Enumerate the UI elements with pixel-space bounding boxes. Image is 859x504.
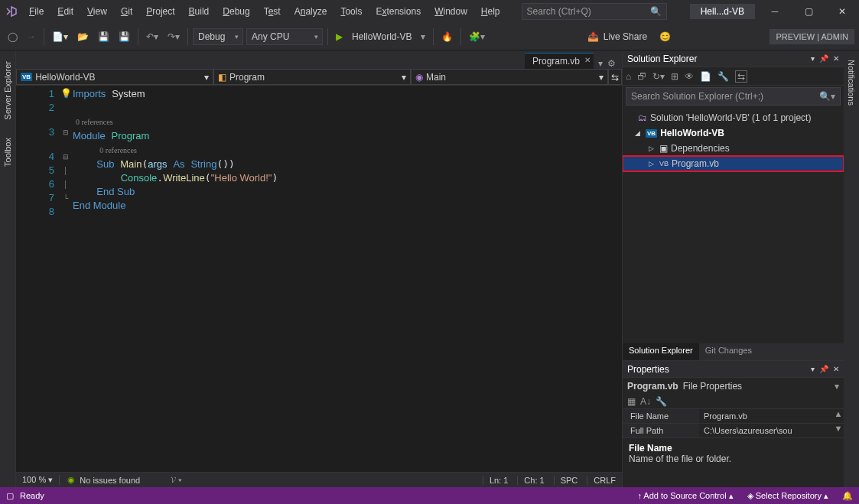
dependencies-node[interactable]: ▷▣ Dependencies <box>623 141 844 156</box>
run-dropdown-icon[interactable]: ▾ <box>418 29 428 44</box>
menu-view[interactable]: View <box>81 3 113 20</box>
vs-logo-icon <box>0 0 23 23</box>
collapse-icon[interactable]: ⊞ <box>671 71 678 82</box>
sync-icon[interactable]: 🗗 <box>637 71 646 82</box>
live-share-button[interactable]: 📤 Live Share 😊 <box>580 31 678 42</box>
solution-name-label: Hell...d-VB <box>690 4 755 19</box>
nav-project-combo[interactable]: VB HelloWorld-VB ▾ <box>16 69 213 85</box>
scroll-up-icon[interactable]: ▲ <box>833 409 844 423</box>
platform-combo[interactable]: Any CPU <box>246 28 323 45</box>
switch-icon[interactable]: ⇆ <box>735 70 747 83</box>
spc-label: SPC <box>554 476 584 485</box>
panel-menu-icon[interactable]: ▾ <box>811 54 815 63</box>
nav-member-combo[interactable]: ◉ Main ▾ <box>411 69 608 85</box>
panel-menu-icon[interactable]: ▾ <box>811 365 815 373</box>
panel-close-icon[interactable]: ✕ <box>833 54 839 63</box>
hot-reload-icon[interactable]: 🔥 <box>438 29 456 44</box>
add-to-source-control[interactable]: ↑ Add to Source Control ▴ <box>637 491 733 501</box>
prop-row-fullpath[interactable]: Full Path C:\Users\azureuser\sou ▼ <box>623 423 844 437</box>
scroll-down-icon[interactable]: ▼ <box>833 424 844 437</box>
menu-build[interactable]: Build <box>183 3 216 20</box>
pin-icon[interactable]: 📌 <box>819 54 828 63</box>
menu-test[interactable]: Test <box>258 3 287 20</box>
menu-file[interactable]: FFileile <box>23 3 50 20</box>
properties-icon[interactable]: 📄 <box>700 71 711 82</box>
home-icon[interactable]: ⌂ <box>626 71 631 82</box>
doc-tab-close-icon[interactable]: ✕ <box>584 56 591 64</box>
fold-margin[interactable]: ⊟⊟││└ <box>59 86 73 472</box>
health-icon[interactable]: 𝓥 ▾ <box>171 475 182 485</box>
panel-close-icon[interactable]: ✕ <box>833 365 839 373</box>
deps-icon: ▣ <box>659 143 668 154</box>
run-target-label[interactable]: HelloWorld-VB <box>349 31 415 42</box>
prop-pages-icon[interactable]: 🔧 <box>656 396 667 407</box>
prop-dropdown-icon[interactable]: ▾ <box>835 381 839 392</box>
minimize-button[interactable]: ─ <box>758 0 792 23</box>
nav-split-icon[interactable]: ⇆ <box>608 69 622 85</box>
close-button[interactable]: ✕ <box>825 0 859 23</box>
menu-tools[interactable]: Tools <box>334 3 368 20</box>
solution-explorer-title: Solution Explorer ▾📌✕ <box>623 50 844 67</box>
open-icon[interactable]: 📂 <box>74 29 92 44</box>
notification-bell-icon[interactable]: 🔔 <box>842 491 853 501</box>
menu-project[interactable]: Project <box>140 3 181 20</box>
menu-analyze[interactable]: Analyze <box>288 3 334 20</box>
property-description: File Name Name of the file or folder. <box>623 437 844 487</box>
vb-file-icon: VB <box>659 160 669 167</box>
tab-git-changes[interactable]: Git Changes <box>699 343 758 360</box>
project-node[interactable]: ◢VB HelloWorld-VB <box>623 125 844 141</box>
solution-node[interactable]: 🗂 Solution 'HelloWorld-VB' (1 of 1 proje… <box>623 110 844 125</box>
search-input[interactable]: Search (Ctrl+Q) 🔍 <box>522 3 667 20</box>
config-combo[interactable]: Debug <box>193 28 243 45</box>
toolbox-tab[interactable]: Toolbox <box>2 133 14 171</box>
select-repository[interactable]: ◈ Select Repository ▴ <box>747 491 828 501</box>
document-tab[interactable]: Program.vb ✕ <box>525 53 594 69</box>
wrench-icon[interactable]: 🔧 <box>717 71 729 82</box>
new-item-icon[interactable]: 📄▾ <box>49 29 71 44</box>
module-icon: ◧ <box>218 72 226 83</box>
refresh-icon[interactable]: ↻▾ <box>652 71 665 82</box>
alphabetical-icon[interactable]: A↓ <box>640 396 651 407</box>
feedback-icon[interactable]: 😊 <box>659 31 671 42</box>
nav-class-combo[interactable]: ◧ Program ▾ <box>213 69 411 85</box>
preview-admin-button[interactable]: PREVIEW | ADMIN <box>770 29 854 44</box>
code-editor[interactable]: 💡 12345678 ⊟⊟││└ Imports System 0 refere… <box>16 86 622 472</box>
vb-icon: VB <box>646 129 657 138</box>
lightbulb-icon[interactable]: 💡 <box>60 88 72 99</box>
tab-solution-explorer[interactable]: Solution Explorer <box>623 343 699 360</box>
prop-row-filename[interactable]: File Name Program.vb ▲ <box>623 408 844 423</box>
solution-explorer-search[interactable]: Search Solution Explorer (Ctrl+;) 🔍▾ <box>626 87 841 106</box>
pin-icon[interactable]: ▾ <box>598 58 603 69</box>
issues-indicator[interactable]: ◉ No issues found <box>60 475 148 485</box>
undo-icon[interactable]: ↶▾ <box>143 29 161 44</box>
menu-help[interactable]: Help <box>475 3 506 20</box>
redo-icon[interactable]: ↷▾ <box>164 29 183 44</box>
misc-icon[interactable]: 🧩▾ <box>466 29 488 44</box>
notifications-tab[interactable]: Notifications <box>845 55 857 110</box>
save-all-icon[interactable]: 💾 <box>116 29 133 44</box>
server-explorer-tab[interactable]: Server Explorer <box>2 57 14 124</box>
program-vb-node[interactable]: ▷VB Program.vb <box>623 156 844 171</box>
save-icon[interactable]: 💾 <box>95 29 112 44</box>
menu-debug[interactable]: Debug <box>216 3 255 20</box>
menu-extensions[interactable]: Extensions <box>369 3 427 20</box>
menu-edit[interactable]: Edit <box>51 3 80 20</box>
menu-window[interactable]: Window <box>428 3 473 20</box>
ln-label: Ln: 1 <box>483 476 514 485</box>
solution-tree[interactable]: 🗂 Solution 'HelloWorld-VB' (1 of 1 proje… <box>623 107 844 343</box>
maximize-button[interactable]: ▢ <box>792 0 825 23</box>
zoom-combo[interactable]: 100 % ▾ <box>16 475 60 485</box>
method-icon: ◉ <box>415 72 423 83</box>
prop-object-name: Program.vb <box>627 381 678 392</box>
start-debug-button[interactable]: ▶ <box>333 29 346 44</box>
categorized-icon[interactable]: ▦ <box>627 396 636 407</box>
nav-fwd-icon[interactable]: → <box>24 29 39 44</box>
crlf-label: CRLF <box>587 476 622 485</box>
gear-icon[interactable]: ⚙ <box>607 58 616 69</box>
code-content[interactable]: Imports System 0 references Module Progr… <box>73 86 622 472</box>
menu-git[interactable]: Git <box>115 3 138 20</box>
properties-title: Properties ▾📌✕ <box>623 361 844 378</box>
show-all-icon[interactable]: 👁 <box>685 71 694 82</box>
pin-icon[interactable]: 📌 <box>819 365 828 373</box>
nav-back-icon[interactable]: ◯ <box>5 29 21 44</box>
